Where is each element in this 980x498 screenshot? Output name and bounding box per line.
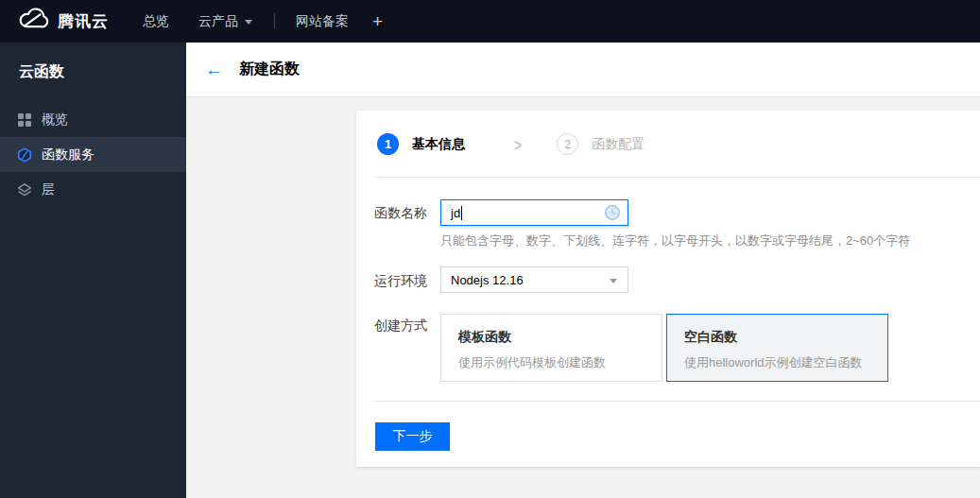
- step-2-circle: 2: [557, 133, 578, 155]
- method-card-desc: 使用helloworld示例创建空白函数: [684, 354, 870, 371]
- function-name-label: 函数名称: [374, 205, 427, 222]
- next-step-button[interactable]: 下一步: [375, 422, 450, 451]
- step-chevron-icon: >: [514, 134, 522, 154]
- method-card-desc: 使用示例代码模板创建函数: [458, 354, 645, 371]
- nav-divider: [274, 13, 275, 29]
- function-name-help-text: 只能包含字母、数字、下划线、连字符，以字母开头，以数字或字母结尾，2~60个字符: [440, 232, 910, 249]
- sidebar-item-layers[interactable]: 层: [0, 172, 186, 207]
- runtime-selected-value: Nodejs 12.16: [451, 273, 524, 287]
- sidebar-item-label: 函数服务: [42, 146, 95, 163]
- create-function-card: 1 基本信息 > 2 函数配置 函数名称 jd 只能包含字母、数字、下划线、连字…: [356, 111, 980, 467]
- nav-products-label: 云产品: [198, 13, 238, 30]
- step-indicator: 1 基本信息 > 2 函数配置: [377, 133, 645, 155]
- sidebar-item-label: 概览: [42, 112, 68, 129]
- function-name-value: jd: [451, 206, 460, 220]
- function-hexagon-icon: [17, 147, 32, 163]
- method-card-blank-function[interactable]: 空白函数 使用helloworld示例创建空白函数: [666, 314, 888, 382]
- method-card-template-function[interactable]: 模板函数 使用示例代码模板创建函数: [440, 314, 662, 382]
- sidebar-item-function-service[interactable]: 函数服务: [0, 137, 186, 172]
- chevron-down-icon: [245, 20, 252, 25]
- steps-divider: [375, 177, 980, 178]
- sidebar-title: 云函数: [0, 43, 186, 82]
- clock-pending-icon: [604, 204, 621, 221]
- dropdown-caret-icon: [610, 279, 617, 283]
- function-name-input[interactable]: jd: [440, 199, 628, 226]
- page-header: ← 新建函数: [186, 43, 980, 97]
- runtime-label: 运行环境: [374, 273, 427, 290]
- sidebar: 云函数 概览 函数服务: [0, 43, 186, 498]
- creation-method-cards: 模板函数 使用示例代码模板创建函数 空白函数 使用helloworld示例创建空…: [440, 314, 888, 382]
- sidebar-item-label: 层: [42, 181, 55, 198]
- sidebar-item-overview[interactable]: 概览: [0, 102, 186, 137]
- brand-name: 腾讯云: [58, 10, 109, 32]
- nav-item-overview[interactable]: 总览: [143, 13, 169, 30]
- step-2-label: 函数配置: [592, 136, 645, 153]
- sidebar-menu: 概览 函数服务 层: [0, 102, 186, 207]
- add-tab-button[interactable]: +: [372, 11, 383, 32]
- creation-method-label: 创建方式: [374, 318, 427, 335]
- page-title: 新建函数: [239, 60, 300, 79]
- tencent-cloud-logo[interactable]: 腾讯云: [17, 8, 109, 35]
- layers-icon: [17, 182, 32, 197]
- back-arrow-icon[interactable]: ←: [205, 60, 223, 78]
- step-1-label: 基本信息: [412, 136, 465, 153]
- top-navbar: 腾讯云 总览 云产品 网站备案 +: [0, 0, 980, 43]
- nav-item-cloud-products[interactable]: 云产品: [198, 13, 252, 30]
- runtime-select[interactable]: Nodejs 12.16: [440, 266, 628, 293]
- footer-divider: [375, 401, 980, 402]
- method-card-title: 空白函数: [684, 329, 870, 346]
- grid-icon: [17, 112, 32, 128]
- method-card-title: 模板函数: [458, 329, 645, 346]
- tencent-cloud-logo-icon: [17, 8, 49, 35]
- text-cursor: [461, 206, 462, 220]
- step-1-circle: 1: [377, 133, 399, 155]
- nav-item-website-beian[interactable]: 网站备案: [296, 13, 349, 30]
